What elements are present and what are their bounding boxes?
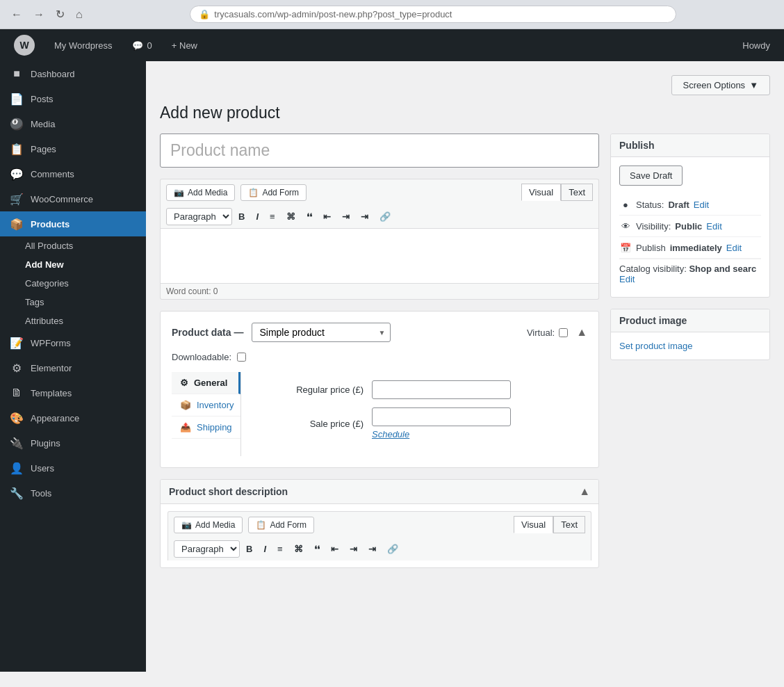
- product-data-section: Product data — Simple product Virtual:: [160, 311, 599, 468]
- sidebar-label-categories: Categories: [25, 278, 69, 289]
- sidebar-item-templates[interactable]: 🗎 Templates: [0, 380, 146, 405]
- short-desc-align-left-button[interactable]: ⇤: [326, 541, 343, 557]
- add-media-button[interactable]: 📷 Add Media: [166, 184, 235, 201]
- sidebar-item-woocommerce[interactable]: 🛒 WooCommerce: [0, 186, 146, 211]
- tab-inventory[interactable]: 📦 Inventory: [172, 394, 240, 417]
- sidebar-item-categories[interactable]: Categories: [0, 274, 146, 293]
- visibility-edit-link[interactable]: Edit: [706, 221, 721, 232]
- publish-box-header: Publish: [611, 134, 769, 157]
- short-description-section: Product short description ▲ 📷 Add Media: [160, 479, 599, 568]
- forward-button[interactable]: →: [31, 7, 47, 22]
- inventory-tab-label: Inventory: [197, 400, 234, 410]
- short-desc-add-form-button[interactable]: 📋 Add Form: [248, 517, 314, 533]
- short-desc-link-button[interactable]: 🔗: [382, 541, 403, 557]
- short-desc-visual-button[interactable]: Visual: [514, 516, 553, 533]
- back-button[interactable]: ←: [8, 7, 25, 22]
- comments-count: 0: [147, 40, 152, 51]
- short-desc-header: Product short description ▲: [161, 480, 598, 504]
- sidebar-item-appearance[interactable]: 🎨 Appearance: [0, 405, 146, 430]
- editor-toolbar-left: 📷 Add Media 📋 Add Form: [166, 184, 309, 201]
- product-type-select[interactable]: Simple product: [252, 323, 391, 342]
- tab-general[interactable]: ⚙ General: [172, 372, 240, 394]
- short-desc-paragraph-select[interactable]: Paragraph: [174, 540, 240, 558]
- ordered-list-button[interactable]: ⌘: [281, 209, 300, 225]
- short-desc-bold-button[interactable]: B: [241, 541, 257, 557]
- align-right-button[interactable]: ⇥: [356, 209, 373, 225]
- blockquote-button[interactable]: ❛❛: [302, 209, 317, 225]
- publish-box-body: Save Draft ● Status: Draft Edit 👁: [611, 157, 769, 297]
- align-center-button[interactable]: ⇥: [337, 209, 354, 225]
- sidebar-item-media[interactable]: 🎱 Media: [0, 111, 146, 136]
- tab-shipping[interactable]: 📤 Shipping: [172, 417, 240, 439]
- sidebar-label-users: Users: [31, 463, 54, 474]
- short-desc-ol-button[interactable]: ⌘: [289, 541, 308, 557]
- short-desc-blockquote-button[interactable]: ❛❛: [309, 541, 325, 557]
- wp-admin-bar: W My Wordpress 💬 0 + New Howdy: [0, 29, 784, 61]
- new-item[interactable]: + New: [163, 29, 206, 61]
- home-button[interactable]: ⌂: [73, 7, 85, 22]
- comments-item[interactable]: 💬 0: [124, 29, 161, 61]
- sidebar-item-elementor[interactable]: ⚙ Elementor: [0, 355, 146, 380]
- save-draft-button[interactable]: Save Draft: [619, 165, 683, 186]
- url-bar[interactable]: 🔒 trycasuals.com/wp-admin/post-new.php?p…: [190, 6, 676, 23]
- save-draft-label: Save Draft: [630, 170, 672, 181]
- howdy-item[interactable]: Howdy: [734, 29, 778, 61]
- paragraph-select[interactable]: Paragraph: [166, 208, 232, 225]
- visibility-icon: 👁: [619, 220, 632, 232]
- publish-edit-link[interactable]: Edit: [726, 243, 742, 253]
- visual-tab-button[interactable]: Visual: [521, 184, 561, 201]
- sidebar-item-comments[interactable]: 💬 Comments: [0, 161, 146, 186]
- comments-icon: 💬: [132, 40, 143, 51]
- sidebar-item-tools[interactable]: 🔧 Tools: [0, 480, 146, 506]
- sidebar-item-attributes[interactable]: Attributes: [0, 312, 146, 330]
- sidebar-item-tags[interactable]: Tags: [0, 293, 146, 312]
- catalog-edit-link[interactable]: Edit: [619, 274, 761, 284]
- collapse-button[interactable]: ▲: [576, 326, 587, 339]
- set-product-image-link[interactable]: Set product image: [619, 341, 693, 351]
- sidebar-item-add-new[interactable]: Add New: [0, 255, 146, 274]
- text-tab-button[interactable]: Text: [561, 184, 593, 201]
- sidebar-item-wpforms[interactable]: 📝 WPForms: [0, 330, 146, 355]
- schedule-link[interactable]: Schedule: [372, 429, 511, 439]
- product-tabs: ⚙ General 📦 Inventory 📤 Shipping: [172, 372, 587, 456]
- editor-body[interactable]: [160, 228, 599, 284]
- bold-button[interactable]: B: [234, 209, 250, 225]
- wp-logo-item[interactable]: W: [6, 29, 43, 61]
- align-left-button[interactable]: ⇤: [318, 209, 336, 225]
- italic-button[interactable]: I: [251, 209, 263, 225]
- reload-button[interactable]: ↻: [53, 6, 67, 22]
- sidebar-label-templates: Templates: [31, 388, 72, 398]
- short-desc-collapse-button[interactable]: ▲: [579, 485, 590, 498]
- downloadable-checkbox[interactable]: [237, 353, 246, 362]
- tools-icon: 🔧: [10, 486, 24, 500]
- wp-layout: ■ Dashboard 📄 Posts 🎱 Media 📋 Pages 💬 Co…: [0, 61, 784, 672]
- short-desc-ul-button[interactable]: ≡: [272, 541, 288, 557]
- short-desc-italic-button[interactable]: I: [259, 541, 271, 557]
- status-edit-link[interactable]: Edit: [694, 200, 709, 210]
- unordered-list-button[interactable]: ≡: [265, 209, 280, 225]
- sidebar-item-posts[interactable]: 📄 Posts: [0, 86, 146, 111]
- add-form-button[interactable]: 📋 Add Form: [240, 184, 307, 201]
- short-desc-text-button[interactable]: Text: [553, 516, 585, 533]
- sidebar-item-dashboard[interactable]: ■ Dashboard: [0, 61, 146, 86]
- sidebar-item-all-products[interactable]: All Products: [0, 236, 146, 255]
- virtual-row: Virtual:: [527, 328, 568, 338]
- link-button[interactable]: 🔗: [375, 209, 395, 225]
- sidebar-label-attributes: Attributes: [25, 316, 63, 326]
- sidebar-item-users[interactable]: 👤 Users: [0, 455, 146, 480]
- editor-toolbar: 📷 Add Media 📋 Add Form Visual: [160, 179, 599, 205]
- site-name-item[interactable]: My Wordpress: [46, 29, 121, 61]
- sidebar-label-plugins: Plugins: [31, 438, 60, 448]
- regular-price-input[interactable]: [372, 380, 511, 399]
- short-desc-align-right-button[interactable]: ⇥: [364, 541, 381, 557]
- sidebar-item-pages[interactable]: 📋 Pages: [0, 136, 146, 161]
- short-desc-add-media-button[interactable]: 📷 Add Media: [174, 517, 243, 533]
- short-desc-align-center-button[interactable]: ⇥: [345, 541, 362, 557]
- sale-price-input[interactable]: [372, 407, 511, 426]
- sidebar-item-products[interactable]: 📦 Products: [0, 211, 146, 236]
- virtual-checkbox[interactable]: [559, 328, 568, 337]
- sidebar-label-media: Media: [31, 119, 55, 129]
- screen-options-button[interactable]: Screen Options ▼: [671, 75, 770, 95]
- sidebar-item-plugins[interactable]: 🔌 Plugins: [0, 430, 146, 455]
- product-name-input[interactable]: [160, 134, 599, 168]
